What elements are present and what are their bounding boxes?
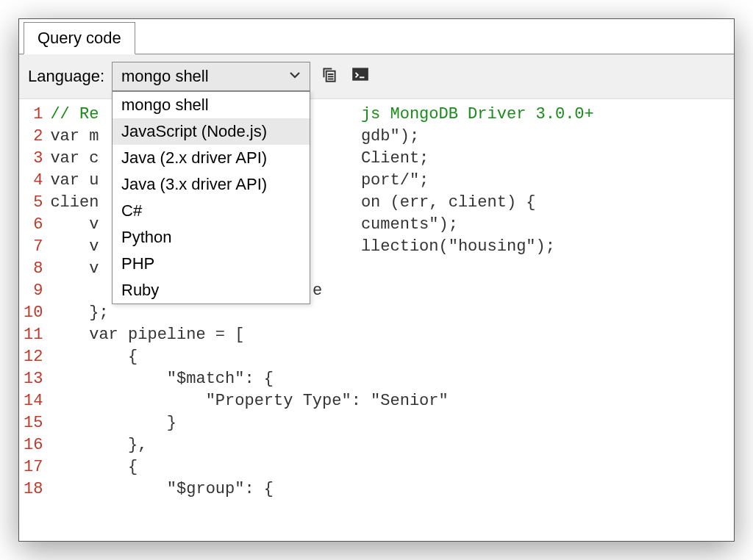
language-option[interactable]: JavaScript (Node.js) [113,118,310,145]
line-number: 14 [24,390,43,412]
toolbar: Language: mongo shell mongo shellJavaScr… [19,54,734,99]
language-label: Language: [25,67,104,86]
line-number: 17 [24,456,43,478]
line-number: 6 [24,214,43,236]
code-line: var pipeline = [ [50,324,734,346]
line-number: 5 [24,192,43,214]
line-number: 3 [24,148,43,170]
code-line: }; [50,302,734,324]
code-line: "$match": { [50,368,734,390]
tab-bar: Query code [19,19,734,54]
line-number: 4 [24,170,43,192]
language-option[interactable]: C# [113,198,310,224]
language-select-current[interactable]: mongo shell [112,62,310,91]
copy-icon [320,65,339,88]
open-shell-button[interactable] [349,65,372,88]
query-code-window: Query code Language: mongo shell mongo s… [18,18,735,542]
line-number: 7 [24,236,43,258]
code-line: "Property Type": "Senior" [50,390,734,412]
line-number: 10 [24,302,43,324]
terminal-icon [351,65,370,88]
code-line: "$group": { [50,478,734,500]
language-option[interactable]: mongo shell [113,92,310,118]
line-number: 1 [24,104,43,126]
language-select[interactable]: mongo shell mongo shellJavaScript (Node.… [112,62,310,91]
code-line: }, [50,434,734,456]
line-number-gutter: 123456789101112131415161718 [19,99,50,540]
line-number: 12 [24,346,43,368]
line-number: 8 [24,258,43,280]
line-number: 15 [24,412,43,434]
code-line: { [50,456,734,478]
line-number: 2 [24,126,43,148]
language-dropdown[interactable]: mongo shellJavaScript (Node.js)Java (2.x… [112,91,310,304]
line-number: 13 [24,368,43,390]
line-number: 11 [24,324,43,346]
language-option[interactable]: PHP [113,251,310,277]
line-number: 9 [24,280,43,302]
language-option[interactable]: Java (2.x driver API) [113,145,310,171]
language-option[interactable]: Ruby [113,277,310,304]
code-line: { [50,346,734,368]
copy-button[interactable] [318,65,341,88]
tab-query-code[interactable]: Query code [24,22,135,54]
svg-rect-4 [352,68,368,80]
language-option[interactable]: Java (3.x driver API) [113,171,310,198]
line-number: 16 [24,434,43,456]
chevron-down-icon [289,69,301,84]
code-line: } [50,412,734,434]
language-select-value: mongo shell [121,67,209,86]
line-number: 18 [24,478,43,500]
language-option[interactable]: Python [113,224,310,251]
